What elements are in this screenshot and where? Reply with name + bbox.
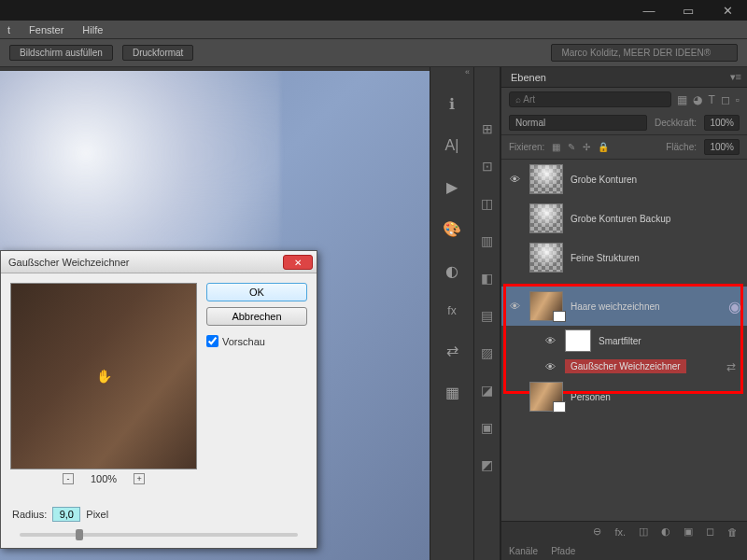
panel-icon[interactable]: ◧ [481,271,493,286]
filter-icon[interactable]: ▦ [677,93,687,106]
group-icon[interactable]: ▣ [684,525,693,538]
maximize-button[interactable]: ▭ [676,4,700,18]
menu-bar: t Fenster Hilfe [0,21,747,39]
menu-item[interactable]: t [7,24,10,35]
lock-move-icon[interactable]: ✢ [583,142,590,152]
radius-label: Radius: [12,509,47,520]
menu-item-hilfe[interactable]: Hilfe [82,24,103,35]
lock-pixels-icon[interactable]: ▦ [552,142,560,152]
layer-filter-input[interactable] [509,91,671,107]
close-window-button[interactable]: ✕ [715,4,740,18]
adjustment-icon[interactable]: ◐ [661,525,670,538]
layer-row[interactable]: Grobe Konturen Backup [501,199,747,238]
panel-menu-icon[interactable]: ▾≡ [730,71,741,83]
fx-icon[interactable]: fx [447,304,456,317]
smartfilter-item[interactable]: 👁 Gaußscher Weichzeichner ⇄ [501,356,747,377]
smartfilter-row[interactable]: 👁 Smartfilter [501,326,747,356]
visibility-icon[interactable]: 👁 [507,174,522,185]
printformat-button[interactable]: Druckformat [122,45,193,61]
panel-icon[interactable]: ▥ [481,233,493,248]
visibility-icon[interactable]: 👁 [543,335,557,346]
filtermask-thumbnail[interactable] [565,329,591,352]
info-icon[interactable]: ℹ [449,95,455,113]
tab-kanaele[interactable]: Kanäle [509,546,538,556]
collapsed-panels-left: « ℹ A| ▶ 🎨 ◐ fx ⇄ ▦ [430,67,474,560]
adjust-icon[interactable]: ◐ [445,262,458,280]
opacity-input[interactable]: 100% [704,115,740,131]
layers-panel-footer: ⊖ fx. ◫ ◐ ▣ ◻ 🗑 [501,521,747,541]
play-icon[interactable]: ▶ [446,178,458,196]
workspace-dropdown[interactable]: Marco Kolditz, MEER DER IDEEN® [551,44,738,62]
options-bar: Bildschirm ausfüllen Druckformat Marco K… [0,39,747,67]
panel-icon[interactable]: ◪ [481,383,493,398]
zoom-value: 100% [91,473,117,484]
fill-input[interactable]: 100% [704,139,740,155]
panel-icon[interactable]: ⊞ [482,121,493,136]
filter-icon[interactable]: T [708,93,714,106]
fx-icon[interactable]: fx. [614,526,626,538]
preview-checkbox[interactable]: Vorschau [206,335,307,347]
layer-name[interactable]: Haare weichzeichnen [571,301,721,312]
panel-icon[interactable]: ▤ [481,308,493,323]
layer-name[interactable]: Feine Strukturen [571,253,741,263]
swap-icon[interactable]: ⇄ [446,342,458,359]
layer-thumbnail[interactable] [529,382,563,412]
layer-thumbnail[interactable] [529,203,563,233]
filter-preview[interactable]: ✋ [10,283,197,469]
layer-row[interactable]: Feine Strukturen [501,238,747,277]
filter-icon[interactable]: ◕ [693,93,702,106]
panel-icon[interactable]: ▣ [481,420,493,435]
newlayer-icon[interactable]: ◻ [706,525,714,538]
layer-thumbnail[interactable] [529,164,563,194]
tab-pfade[interactable]: Pfade [551,546,575,556]
grid-icon[interactable]: ▦ [445,384,459,401]
hand-cursor-icon: ✋ [96,369,112,384]
panel-icon[interactable]: ◫ [481,196,493,211]
filter-icon[interactable]: ◻ [721,93,730,106]
layer-row[interactable]: 👁 Grobe Konturen [501,160,747,199]
panel-title: Ebenen [511,72,546,83]
layer-thumbnail[interactable] [529,243,563,273]
layer-name[interactable]: Personen [571,392,741,402]
filter-icon[interactable]: ▫ [736,93,740,106]
opacity-label: Deckkraft: [655,118,697,128]
trash-icon[interactable]: 🗑 [727,526,738,538]
minimize-button[interactable]: — [637,4,661,18]
ok-button[interactable]: OK [206,283,307,301]
link-icon[interactable]: ⊖ [593,525,601,538]
panel-icon[interactable]: ◩ [481,457,493,472]
radius-slider[interactable] [20,533,298,537]
layers-panel: Ebenen ▾≡ ▦ ◕ T ◻ ▫ Normal Deckkraft: 10… [500,67,747,560]
dialog-title: Gaußscher Weichzeichner [8,257,129,268]
zoom-in-button[interactable]: + [134,473,145,484]
radius-input[interactable] [52,507,80,522]
zoom-out-button[interactable]: - [63,473,74,484]
menu-item-fenster[interactable]: Fenster [29,24,63,35]
swatches-icon[interactable]: 🎨 [443,220,461,238]
filter-name[interactable]: Gaußscher Weichzeichner [565,359,686,373]
smartfilter-label: Smartfilter [599,336,741,346]
layer-row[interactable]: Personen [501,377,747,416]
preview-checkbox-input[interactable] [206,335,218,347]
expand-icon[interactable]: « [465,67,470,77]
visibility-icon[interactable]: 👁 [507,301,522,312]
slider-handle[interactable] [76,529,83,540]
cancel-button[interactable]: Abbrechen [206,307,307,326]
layer-name[interactable]: Grobe Konturen [571,175,741,185]
layer-thumbnail[interactable] [529,291,563,321]
collapsed-panels-right: ⊞ ⊡ ◫ ▥ ◧ ▤ ▨ ◪ ▣ ◩ [474,67,500,560]
panel-icon[interactable]: ▨ [481,345,493,360]
layer-name[interactable]: Grobe Konturen Backup [571,214,741,224]
lock-all-icon[interactable]: 🔒 [598,142,609,152]
dialog-close-button[interactable]: ✕ [283,255,313,270]
visibility-icon[interactable]: 👁 [543,361,557,372]
filter-options-icon[interactable]: ⇄ [726,360,741,373]
fill-label: Fläche: [666,142,697,152]
fullscreen-button[interactable]: Bildschirm ausfüllen [9,45,113,61]
lock-brush-icon[interactable]: ✎ [568,142,575,152]
layer-row-selected[interactable]: 👁 Haare weichzeichnen ◉ [501,287,747,326]
panel-icon[interactable]: ⊡ [482,159,493,174]
mask-icon[interactable]: ◫ [639,525,648,538]
blendmode-select[interactable]: Normal [509,115,647,131]
character-icon[interactable]: A| [445,137,459,154]
